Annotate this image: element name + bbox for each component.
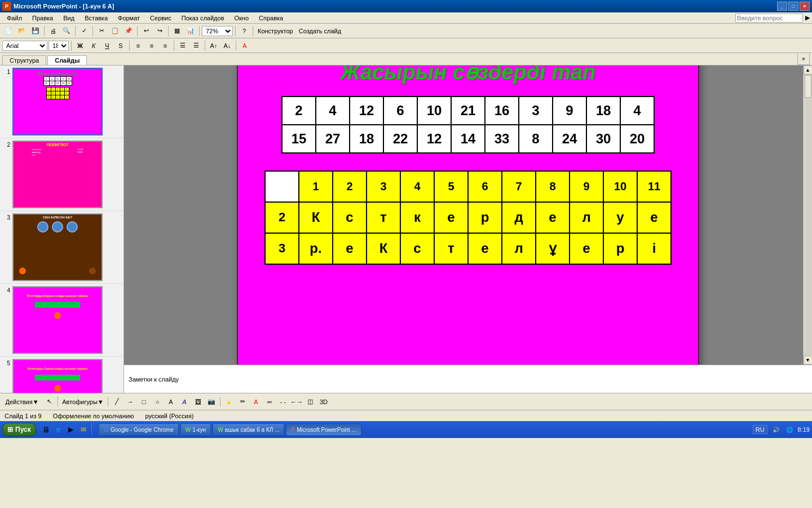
font-color-btn2[interactable]: A [250,396,262,408]
wordart-button[interactable]: A [178,396,191,408]
cut-button[interactable]: ✂ [95,25,108,37]
slide-thumbnail-5[interactable]: 5 Кітаптарды бұрын-соңды шыққан тиражы [0,357,123,393]
italic-button[interactable]: К [87,40,100,52]
undo-button[interactable]: ↩ [140,25,152,37]
decrease-font-button[interactable]: A↓ [221,40,233,52]
slides-panel: 1 Жасырын сөздерді тап 2 4 12 6 [0,65,124,393]
taskbar-item-1kun[interactable]: W 1-кун [180,423,211,436]
arrow-style-button[interactable]: ←→ [290,396,303,408]
media-icon[interactable]: ▶ [65,424,77,435]
taskbar-item-abyksabak[interactable]: W ашык сабак 6 а КЛ ... [213,423,284,436]
textbox-button[interactable]: A [165,396,177,408]
menu-view[interactable]: Вид [59,14,79,23]
rect-button[interactable]: □ [138,396,150,408]
menu-window[interactable]: Окно [230,14,254,23]
menu-file[interactable]: Файл [2,14,27,23]
underline-button[interactable]: Ч [101,40,113,52]
num-cell: 22 [383,125,417,153]
font-size-combo[interactable]: 18 [48,41,69,51]
slide-num-2: 2 [2,141,10,148]
show-desktop-icon[interactable]: 🖥 [41,424,52,435]
menu-insert[interactable]: Вставка [80,14,112,23]
shadow-button[interactable]: S [114,40,127,52]
letter-cell-3-1: р. [299,233,333,264]
close-button[interactable]: × [800,2,810,11]
slide-thumbnail-3[interactable]: 3 СЕН БІЛЕСІН БЕ? [0,211,123,284]
print-button[interactable]: 🖨 [47,25,59,37]
actions-button[interactable]: Действия▼ [2,396,42,408]
cursor-button[interactable]: ↖ [43,396,55,408]
letter-header-10: 10 [603,171,637,202]
draw-sep2 [108,397,108,407]
menu-help[interactable]: Справка [254,14,288,23]
redo-button[interactable]: ↪ [153,25,166,37]
shadow-style-button[interactable]: ◫ [304,396,316,408]
letter-header-4: 4 [400,171,434,202]
num-cell: 18 [586,97,620,125]
bold-button[interactable]: Ж [74,40,86,52]
letter-cell-3-7: л [502,233,536,264]
help-button[interactable]: ? [238,25,250,37]
minimize-button[interactable]: _ [777,2,787,11]
clipart-button[interactable]: 🖼 [192,396,204,408]
line-color-button[interactable]: ✏ [236,396,249,408]
spellcheck-button[interactable]: ✓ [78,25,90,37]
letter-cell-2-1: К [299,202,333,233]
main-slide: Жасырын сөздерді тап 2 4 12 6 10 21 16 3… [237,65,699,365]
menu-edit[interactable]: Правка [28,14,58,23]
insert-table-button[interactable]: ▦ [171,25,183,37]
oval-button[interactable]: ○ [151,396,164,408]
picture-button[interactable]: 📷 [205,396,218,408]
align-left-button[interactable]: ≡ [132,40,144,52]
bullet-list-button[interactable]: ☰ [176,40,189,52]
3d-style-button[interactable]: 3D [317,396,330,408]
help-search-input[interactable] [735,14,803,23]
tab-slides[interactable]: Слайды [47,55,87,65]
numbered-list-button[interactable]: ☰ [190,40,202,52]
chrome-icon: G [104,426,109,433]
num-cell: 4 [316,97,350,125]
scroll-thumb[interactable] [805,75,811,98]
paste-button[interactable]: 📌 [122,25,135,37]
taskbar-item-chrome[interactable]: G Google - Google Chrome [99,423,179,436]
open-button[interactable]: 📂 [16,25,28,37]
scroll-down-button[interactable]: ▼ [804,356,813,365]
panel-close-button[interactable]: × [797,52,810,65]
ie-icon[interactable]: e [53,424,64,435]
maximize-button[interactable]: □ [788,2,798,11]
tab-structure[interactable]: Структура [2,55,46,65]
language-indicator[interactable]: RU [753,425,767,434]
menu-format[interactable]: Формат [113,14,144,23]
clock: 8:19 [798,426,810,433]
autoshapes-button[interactable]: Автофигуры▼ [60,396,105,408]
copy-button[interactable]: 📋 [109,25,121,37]
font-color-button[interactable]: A [239,40,251,52]
slide-num-4: 4 [2,286,10,294]
align-center-button[interactable]: ≡ [145,40,158,52]
line-button[interactable]: ╱ [111,396,123,408]
slide-thumbnail-1[interactable]: 1 Жасырын сөздерді тап 2 4 12 6 [0,65,123,138]
line-style-button[interactable]: ═ [263,396,276,408]
menu-slideshow[interactable]: Показ слайдов [177,14,229,23]
content-area: Жасырын сөздерді тап 2 4 12 6 10 21 16 3… [124,65,812,393]
preview-button[interactable]: 🔍 [60,25,73,37]
menu-tools[interactable]: Сервис [145,14,176,23]
align-right-button[interactable]: ≡ [159,40,171,52]
increase-font-button[interactable]: A↑ [208,40,220,52]
scroll-track [804,75,812,356]
slide-thumbnail-2[interactable]: 2 ПОЛИГЛОТ жасырынсөздердітап КУЗЕМАН [0,138,123,211]
slide-thumbnail-4[interactable]: 4 Кітаптардың бұрын-соңды шыққан тиражы [0,284,123,357]
dash-style-button[interactable]: - - [277,396,289,408]
insert-chart-button[interactable]: 📊 [184,25,197,37]
start-button[interactable]: ⊞ Пуск [2,423,36,436]
save-button[interactable]: 💾 [29,25,42,37]
scroll-up-button[interactable]: ▲ [804,65,813,75]
zoom-combo[interactable]: 72% 50% 75% 100% [202,26,233,36]
new-button[interactable]: 📄 [2,25,15,37]
arrow-button[interactable]: → [124,396,136,408]
fill-color-button[interactable]: ▲ [223,396,235,408]
search-arrow-icon[interactable]: ▶ [805,14,810,21]
font-name-combo[interactable]: Arial [2,41,47,51]
messenger-icon[interactable]: ✉ [78,424,89,435]
taskbar-item-powerpoint[interactable]: P Microsoft PowerPoint ... [286,423,361,436]
